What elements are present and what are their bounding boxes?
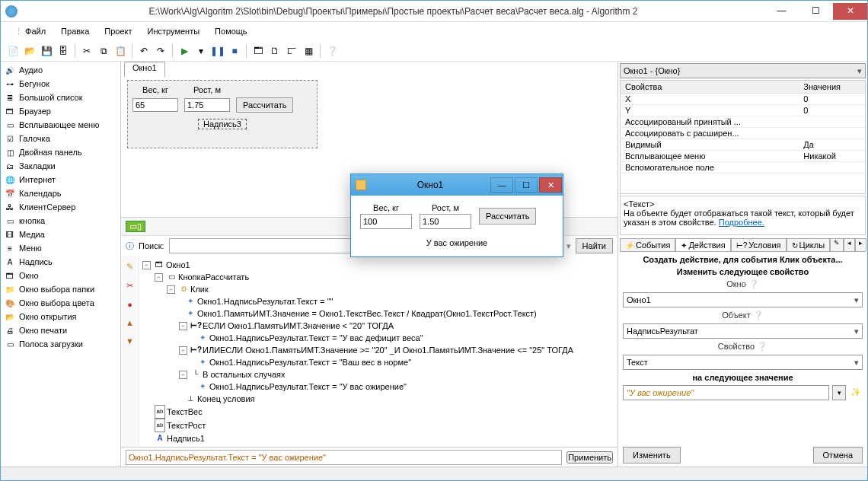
cancel-button[interactable]: Отмена	[813, 447, 863, 463]
toolbox-item[interactable]: ☑Галочка	[1, 132, 120, 145]
new-icon[interactable]: 📄	[5, 43, 21, 59]
window-combo[interactable]: Окно1	[623, 292, 863, 307]
designer-form[interactable]: Вес, кг Рост, м Рассчитать Надпись3	[127, 80, 318, 148]
runtime-minimize-button[interactable]: —	[490, 177, 513, 193]
save-icon[interactable]: 💾	[39, 43, 54, 59]
search-info-icon[interactable]: ⓘ	[126, 240, 134, 252]
menu-help[interactable]: Помощь	[207, 24, 255, 38]
tab-window1[interactable]: Окно1	[124, 62, 165, 77]
scissors-icon[interactable]: ✂	[126, 281, 133, 291]
toolbox-item[interactable]: ≣Большой список	[1, 91, 120, 104]
redo-icon[interactable]: ↷	[153, 43, 168, 59]
grid-icon[interactable]: ▦	[301, 43, 316, 59]
toolbox-item[interactable]: 🌐Интернет	[1, 173, 120, 186]
cut-icon[interactable]: ✂	[79, 43, 94, 59]
runtime-titlebar[interactable]: Окно1 — ☐ ✕	[351, 174, 563, 196]
toolbox-item[interactable]: AНадпись	[1, 255, 120, 269]
toolbox-item[interactable]: 🎨Окно выбора цвета	[1, 296, 120, 310]
toolbox-item[interactable]: 📁Окно выбора папки	[1, 282, 120, 296]
help-icon[interactable]: ❔	[324, 43, 340, 59]
up-icon[interactable]: ▲	[126, 318, 134, 327]
toolbox-item[interactable]: 📂Окно открытия	[1, 310, 120, 323]
toolbox-item[interactable]: 🔊Аудио	[1, 63, 120, 77]
save-all-icon[interactable]: 🗄	[56, 43, 71, 59]
prop-key[interactable]: X	[621, 94, 799, 105]
rt-height-input[interactable]	[420, 214, 471, 229]
calc-button[interactable]: Рассчитать	[236, 97, 293, 113]
runtime-maximize-button[interactable]: ☐	[515, 177, 538, 193]
tree-node[interactable]: Клик	[190, 283, 209, 295]
prop-key[interactable]: Видимый	[621, 139, 799, 151]
tree-node[interactable]: Окно1.НадписьРезультат.Текст = "Ваш вес …	[209, 356, 411, 368]
prop-key[interactable]: Y	[621, 105, 799, 116]
toolbox-item[interactable]: 🎞Медиа	[1, 228, 120, 241]
prop-combo[interactable]: Текст	[623, 355, 863, 370]
maximize-button[interactable]: ☐	[799, 3, 833, 20]
ok-button[interactable]: Изменить	[623, 447, 681, 463]
prop-val[interactable]: 0	[799, 94, 865, 105]
object-combo[interactable]: НадписьРезультат	[623, 323, 863, 339]
tab-events[interactable]: ⚡События	[620, 238, 675, 251]
tab-nav-right[interactable]: ▸	[855, 238, 866, 251]
toolbox-item[interactable]: ▭кнопка	[1, 214, 120, 228]
pause-icon[interactable]: ❚❚	[210, 43, 225, 59]
weight-input[interactable]	[132, 98, 178, 112]
stop-icon[interactable]: ■	[227, 43, 242, 59]
toolbox-item[interactable]: 📅Календарь	[1, 186, 120, 200]
toolbox-item[interactable]: ▭Полоса загрузки	[1, 337, 120, 351]
property-grid[interactable]: СвойстваЗначения X0Y0Ассоциированый прин…	[620, 80, 866, 194]
open-icon[interactable]: 📂	[22, 43, 37, 59]
toolbox-item[interactable]: ▭Всплывающее меню	[1, 118, 120, 132]
prop-val[interactable]	[799, 162, 865, 174]
tree-node[interactable]: Надпись1	[167, 432, 205, 444]
prop-key[interactable]: Ассоциировать с расширен...	[621, 128, 799, 139]
prop-val[interactable]: 0	[799, 105, 865, 116]
runtime-window[interactable]: Окно1 — ☐ ✕ Вес, кг Рост, м Рассчитать У…	[350, 174, 563, 257]
tree-node[interactable]: В остальных случаях	[203, 368, 285, 381]
tree-node[interactable]: Окно1.НадписьРезультат.Текст = "У вас де…	[209, 332, 423, 344]
apply-button[interactable]: Применить	[566, 451, 613, 463]
toolbox-item[interactable]: ⊶Бегунок	[1, 77, 120, 91]
label3-selected[interactable]: Надпись3	[198, 119, 247, 129]
help-icon[interactable]: ❔	[753, 311, 764, 320]
tree-node[interactable]: Окно1.НадписьРезультат.Текст = ""	[197, 295, 333, 307]
toolbox-item[interactable]: 🖨Окно печати	[1, 323, 120, 337]
tree-node[interactable]: ТекстРост	[167, 419, 206, 432]
tree-node[interactable]: ИЛИЕСЛИ Окно1.ПамятьИМТ.Значение >= "20"…	[203, 344, 573, 356]
copy-icon[interactable]: ⧉	[96, 43, 111, 59]
prop-val[interactable]: Да	[799, 139, 865, 151]
toolbox-item[interactable]: ◫Двойная панель	[1, 145, 120, 159]
tab-cycles[interactable]: ↻Циклы	[787, 238, 831, 251]
prop-val[interactable]	[799, 128, 865, 139]
prop-key[interactable]: Ассоциированый принятый ...	[621, 116, 799, 128]
menu-tools[interactable]: Инструменты	[140, 24, 208, 38]
tab-actions[interactable]: ✦Действия	[675, 238, 730, 251]
wand-icon[interactable]: ✨	[849, 385, 863, 400]
expression-input[interactable]	[126, 450, 562, 465]
prop-key[interactable]: Вспомогательное поле	[621, 162, 799, 174]
run-dropdown-icon[interactable]: ▾	[193, 43, 209, 59]
prop-key[interactable]: Всплывающее меню	[621, 151, 799, 162]
value-browse-button[interactable]: ▾	[832, 385, 846, 400]
toolbox-item[interactable]: 🖧КлиентСервер	[1, 200, 120, 214]
help-icon[interactable]: ❔	[757, 342, 767, 351]
close-button[interactable]: ✕	[833, 3, 867, 20]
paste-icon[interactable]: 📋	[113, 43, 128, 59]
tab-conditions[interactable]: ⊢?Условия	[731, 238, 787, 251]
record-icon[interactable]: ●	[127, 300, 132, 309]
tree-node[interactable]: Окно1	[166, 259, 190, 271]
menu-edit[interactable]: Правка	[53, 24, 97, 38]
tab-nav-left[interactable]: ✎	[830, 238, 844, 251]
align-icon[interactable]: ⫍	[284, 43, 299, 59]
form-icon[interactable]: 🗔	[251, 43, 266, 59]
menu-file[interactable]: Файл	[7, 24, 53, 39]
more-link[interactable]: Подробнее.	[719, 218, 764, 227]
prop-val[interactable]: Никакой	[799, 151, 865, 162]
code-tree[interactable]: −🗔Окно1 −▭КнопкаРассчитать −⚙Клик ✦Окно1…	[139, 256, 617, 447]
tree-node[interactable]: Конец условия	[197, 393, 255, 405]
code-window-icon[interactable]: ▭▯	[126, 221, 145, 232]
toolbox-item[interactable]: 🗔Окно	[1, 269, 120, 282]
runtime-close-button[interactable]: ✕	[539, 177, 562, 193]
down-icon[interactable]: ▼	[126, 336, 134, 346]
tree-node[interactable]: Окно1.НадписьРезультат.Текст = "У вас ож…	[209, 381, 407, 393]
